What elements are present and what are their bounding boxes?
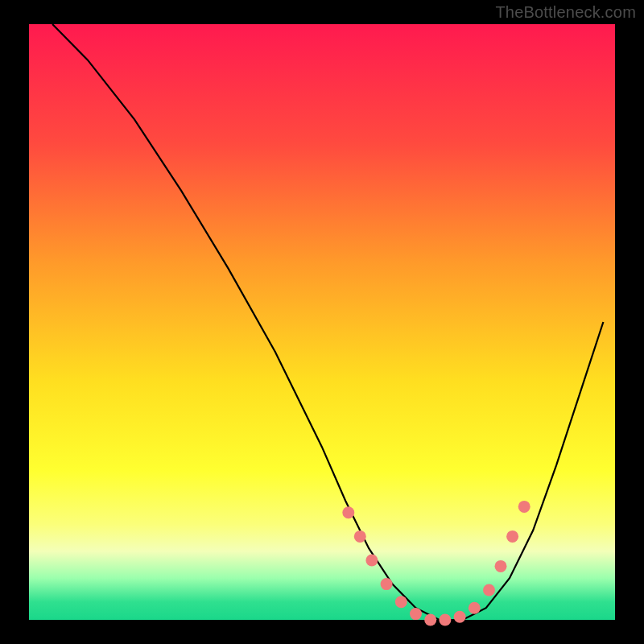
marker-point	[483, 584, 495, 597]
marker-point	[439, 614, 451, 626]
marker-point	[354, 530, 366, 543]
marker-point	[506, 530, 518, 543]
marker-point	[381, 578, 393, 590]
marker-point	[424, 614, 436, 626]
marker-point	[495, 560, 507, 572]
marker-point	[342, 506, 354, 518]
chart-stage: TheBottleneck.com	[0, 0, 644, 644]
marker-point	[469, 602, 481, 614]
marker-point	[410, 608, 422, 620]
plot-background	[29, 24, 615, 620]
chart-svg	[0, 0, 644, 644]
marker-point	[365, 555, 378, 567]
marker-point	[518, 501, 530, 513]
marker-point	[454, 611, 466, 623]
marker-point	[395, 596, 407, 608]
